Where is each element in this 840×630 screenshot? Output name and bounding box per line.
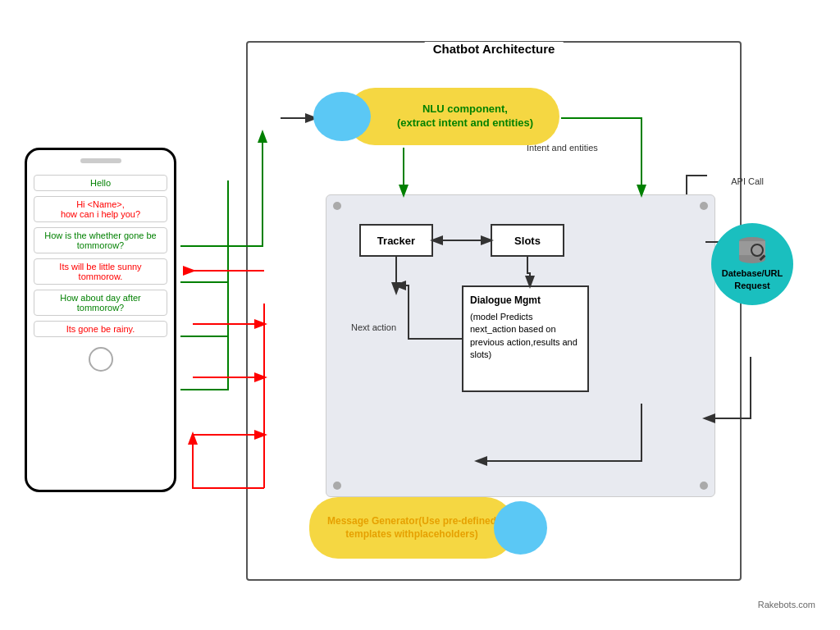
chat-msg-1: Hello [34,175,167,191]
msg-gen-text: Message Generator(Use pre-defined templa… [309,515,514,541]
diagram-container: Chatbot Architecture NLU component, (ext… [16,16,824,614]
arch-title: Chatbot Architecture [425,42,564,56]
chat-msg-2: Hi <Name>,how can i help you? [34,196,167,222]
dialogue-state-area: Tracker Slots Dialogue Mgmt (model Predi… [326,194,715,497]
nlu-component: NLU component, (extract intent and entit… [313,88,559,145]
msg-gen-pill: Message Generator(Use pre-defined templa… [309,497,514,559]
chat-msg-3: How is the whether gone be tommorow? [34,227,167,253]
database-circle: Datebase/URL Request [711,223,793,305]
dialogue-arrows-svg [326,195,714,496]
phone-speaker [80,158,121,163]
msg-gen-circle [494,501,547,555]
api-call-label: API Call [731,176,764,186]
message-generator-component: Message Generator(Use pre-defined templa… [309,497,547,559]
database-icon [736,237,769,266]
nlu-text: NLU component, (extract intent and entit… [372,103,533,130]
phone-home-button [89,347,113,372]
chat-msg-4: Its will be little sunny tommorow. [34,258,167,285]
watermark: Rakebots.com [758,600,815,609]
chat-msg-5: How about day after tommorow? [34,290,167,316]
nlu-circle [313,92,371,141]
architecture-box: Chatbot Architecture NLU component, (ext… [246,41,742,581]
phone-device: Hello Hi <Name>,how can i help you? How … [25,148,176,492]
nlu-pill: NLU component, (extract intent and entit… [346,88,559,145]
database-label: Datebase/URL Request [722,267,783,291]
chat-msg-6: Its gone be rainy. [34,321,167,337]
